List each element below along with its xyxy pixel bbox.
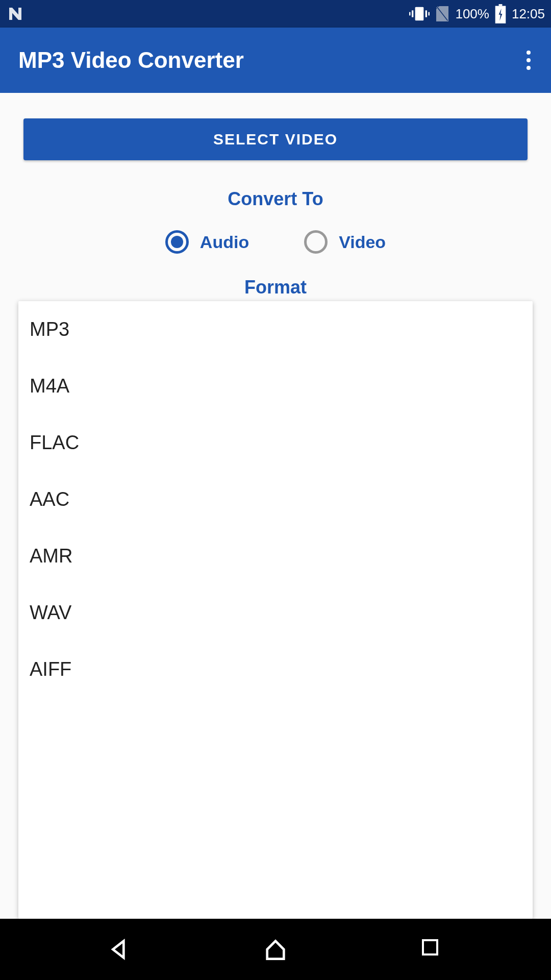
radio-video-label: Video <box>339 232 386 252</box>
radio-selected-icon <box>165 230 189 254</box>
home-icon[interactable] <box>261 935 290 964</box>
radio-audio-label: Audio <box>200 232 249 252</box>
list-item[interactable]: M4A <box>18 358 533 414</box>
status-left <box>6 5 24 23</box>
recents-icon[interactable] <box>418 935 446 964</box>
svg-rect-7 <box>498 4 502 6</box>
list-item[interactable]: FLAC <box>18 414 533 471</box>
status-right: 100% 12:05 <box>409 4 545 24</box>
status-bar: 100% 12:05 <box>0 0 551 28</box>
back-icon[interactable] <box>105 935 133 964</box>
content-area: SELECT VIDEO Convert To Audio Video Form… <box>0 93 551 919</box>
list-item[interactable]: AAC <box>18 471 533 528</box>
more-options-icon[interactable] <box>516 48 541 72</box>
list-item[interactable]: AIFF <box>18 641 533 698</box>
svg-rect-2 <box>425 10 427 17</box>
n-logo-icon <box>6 5 24 23</box>
svg-rect-0 <box>415 7 424 21</box>
app-bar: MP3 Video Converter <box>0 28 551 93</box>
svg-rect-3 <box>409 12 411 16</box>
svg-rect-1 <box>412 10 413 17</box>
no-sim-icon <box>435 5 450 23</box>
format-label: Format <box>23 277 528 298</box>
battery-percent: 100% <box>455 6 489 22</box>
format-dropdown-list: MP3 M4A FLAC AAC AMR WAV AIFF <box>18 301 533 919</box>
clock: 12:05 <box>512 6 545 22</box>
list-item[interactable]: MP3 <box>18 301 533 358</box>
navigation-bar <box>0 919 551 980</box>
app-title: MP3 Video Converter <box>18 47 244 73</box>
convert-to-radio-group: Audio Video <box>23 230 528 254</box>
svg-rect-4 <box>429 12 430 16</box>
radio-audio[interactable]: Audio <box>165 230 249 254</box>
select-video-button[interactable]: SELECT VIDEO <box>23 118 528 160</box>
vibrate-icon <box>409 4 430 24</box>
radio-unselected-icon <box>304 230 328 254</box>
convert-to-label: Convert To <box>23 188 528 210</box>
battery-charging-icon <box>494 4 507 23</box>
list-item[interactable]: AMR <box>18 528 533 584</box>
svg-rect-9 <box>423 940 437 954</box>
radio-video[interactable]: Video <box>304 230 386 254</box>
list-item[interactable]: WAV <box>18 584 533 641</box>
